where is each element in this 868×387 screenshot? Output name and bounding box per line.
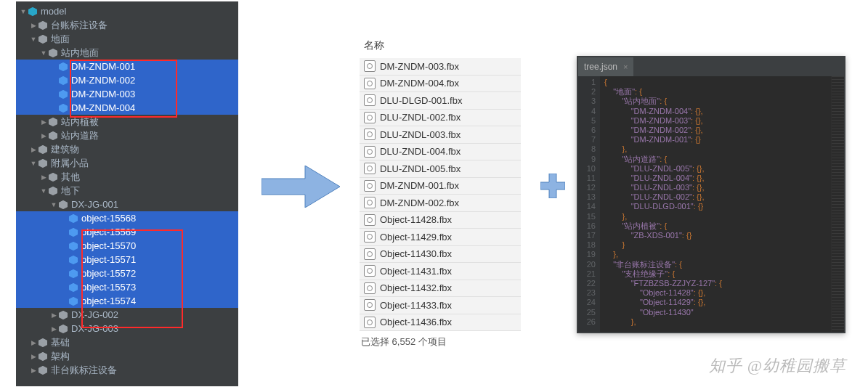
file-name: DM-ZNDM-001.fbx: [380, 180, 459, 191]
expand-icon[interactable]: ▼: [29, 160, 38, 167]
tree-node[interactable]: ▶架构: [16, 349, 238, 363]
tree-node[interactable]: DM-ZNDM-001: [16, 60, 238, 73]
file-icon: [364, 317, 376, 328]
tree-node[interactable]: ▼地下: [16, 184, 238, 197]
expand-icon[interactable]: ▶: [49, 311, 58, 319]
tree-node[interactable]: ▼站内地面: [16, 46, 238, 60]
tree-node[interactable]: DM-ZNDM-004: [16, 101, 238, 115]
tree-node[interactable]: DM-ZNDM-002: [16, 73, 238, 87]
editor-tab[interactable]: tree.json ×: [578, 57, 633, 76]
file-row[interactable]: Object-11436.fbx: [360, 314, 521, 332]
tree-node-label: DM-ZNDM-004: [71, 102, 135, 113]
file-row[interactable]: DM-ZNDM-001.fbx: [360, 178, 521, 195]
tree-node[interactable]: object-15570: [16, 239, 238, 253]
tree-node[interactable]: object-15569: [16, 225, 238, 239]
expand-icon[interactable]: ▶: [49, 325, 58, 333]
expand-icon[interactable]: ▶: [29, 22, 38, 29]
expand-icon[interactable]: ▶: [29, 367, 38, 374]
file-row[interactable]: DLU-DLGD-001.fbx: [360, 92, 521, 110]
tree-node[interactable]: ▶基础: [16, 335, 238, 349]
tree-node-label: 其他: [61, 171, 80, 184]
tree-node[interactable]: object-15568: [16, 211, 238, 225]
tree-node-label: DM-ZNDM-002: [71, 75, 135, 86]
expand-icon[interactable]: ▶: [29, 146, 38, 153]
expand-icon[interactable]: ▼: [19, 8, 28, 15]
file-icon: [364, 146, 376, 158]
close-icon[interactable]: ×: [623, 62, 628, 71]
file-name: DLU-ZNDL-002.fbx: [380, 112, 461, 123]
file-row[interactable]: Object-11433.fbx: [360, 297, 521, 314]
file-icon: [364, 112, 376, 123]
expand-icon[interactable]: ▶: [39, 174, 48, 181]
file-icon: [364, 248, 376, 260]
file-name: Object-11430.fbx: [380, 248, 452, 259]
tree-node[interactable]: ▼model: [16, 4, 238, 18]
file-row[interactable]: Object-11428.fbx: [360, 212, 521, 229]
file-icon: [364, 299, 376, 311]
expand-icon[interactable]: ▶: [29, 353, 38, 360]
tree-node-label: object-15569: [81, 227, 136, 237]
tree-node[interactable]: object-15572: [16, 266, 238, 280]
tree-node[interactable]: ▶站内道路: [16, 129, 238, 142]
file-list[interactable]: DM-ZNDM-003.fbxDM-ZNDM-004.fbxDLU-DLGD-0…: [360, 58, 521, 331]
tree-node[interactable]: object-15571: [16, 253, 238, 266]
file-row[interactable]: Object-11431.fbx: [360, 263, 521, 280]
tree-node-label: 架构: [51, 350, 70, 363]
file-row[interactable]: Object-11429.fbx: [360, 229, 521, 246]
expand-icon[interactable]: ▼: [39, 187, 48, 195]
file-row[interactable]: DLU-ZNDL-004.fbx: [360, 144, 521, 161]
tree-node[interactable]: ▼地面: [16, 32, 238, 46]
file-name: Object-11429.fbx: [380, 232, 452, 243]
expand-icon[interactable]: ▶: [29, 339, 38, 346]
tree-node[interactable]: ▶台账标注设备: [16, 18, 238, 32]
code-editor-panel: tree.json × 1234567891011121314151617181…: [577, 56, 845, 333]
file-row[interactable]: DM-ZNDM-003.fbx: [360, 58, 521, 76]
expand-icon[interactable]: ▼: [29, 36, 38, 43]
file-row[interactable]: DM-ZNDM-002.fbx: [360, 195, 521, 212]
expand-icon[interactable]: ▼: [49, 201, 58, 208]
file-row[interactable]: DLU-ZNDL-002.fbx: [360, 110, 521, 127]
tree-node-label: 附属小品: [51, 157, 89, 170]
tree-node[interactable]: ▶非台账标注设备: [16, 363, 238, 377]
tree-node[interactable]: ▶其他: [16, 170, 238, 184]
tree-node[interactable]: ▶DX-JG-002: [16, 308, 238, 322]
file-list-header: 名称: [360, 36, 521, 58]
file-row[interactable]: Object-11432.fbx: [360, 280, 521, 298]
file-icon: [364, 60, 376, 72]
tree-node-label: 建筑物: [51, 143, 79, 156]
expand-icon[interactable]: ▼: [39, 49, 48, 57]
file-row[interactable]: DM-ZNDM-004.fbx: [360, 76, 521, 93]
expand-icon[interactable]: ▶: [39, 132, 48, 139]
tree-node[interactable]: object-15574: [16, 294, 238, 308]
tree-node[interactable]: ▶站内植被: [16, 115, 238, 129]
file-row[interactable]: Object-11430.fbx: [360, 246, 521, 264]
editor-minimap[interactable]: [831, 76, 844, 332]
hierarchy-tree[interactable]: ▼model▶台账标注设备▼地面▼站内地面DM-ZNDM-001DM-ZNDM-…: [16, 1, 238, 380]
tree-node[interactable]: ▼附属小品: [16, 156, 238, 170]
file-icon: [364, 180, 376, 192]
tree-node-label: 地下: [61, 184, 80, 197]
file-name: DLU-DLGD-001.fbx: [380, 95, 462, 106]
file-row[interactable]: DLU-ZNDL-003.fbx: [360, 126, 521, 144]
tree-node[interactable]: ▶建筑物: [16, 142, 238, 156]
tree-node-label: model: [41, 6, 66, 17]
file-name: Object-11436.fbx: [380, 317, 452, 327]
file-name: DM-ZNDM-002.fbx: [380, 197, 459, 208]
file-row[interactable]: DLU-ZNDL-005.fbx: [360, 160, 521, 178]
file-icon: [364, 129, 376, 140]
tree-node[interactable]: ▼DX-JG-001: [16, 197, 238, 211]
tree-node[interactable]: ▶DX-JG-003: [16, 322, 238, 335]
file-icon: [364, 231, 376, 243]
tree-node-label: DM-ZNDM-001: [71, 61, 135, 72]
tree-node[interactable]: object-15573: [16, 280, 238, 294]
tree-node-label: 基础: [51, 336, 70, 349]
tree-node-label: object-15571: [81, 254, 136, 265]
expand-icon[interactable]: ▶: [39, 118, 48, 126]
tree-node-label: 非台账标注设备: [51, 364, 117, 377]
file-icon: [364, 163, 376, 174]
file-name: Object-11431.fbx: [380, 266, 452, 277]
file-icon: [364, 94, 376, 106]
hierarchy-tree-panel: ▼model▶台账标注设备▼地面▼站内地面DM-ZNDM-001DM-ZNDM-…: [16, 1, 238, 386]
editor-code[interactable]: { "地面": { "站内地面": { "DM-ZNDM-004": {}, "…: [600, 76, 831, 332]
tree-node[interactable]: DM-ZNDM-003: [16, 87, 238, 101]
